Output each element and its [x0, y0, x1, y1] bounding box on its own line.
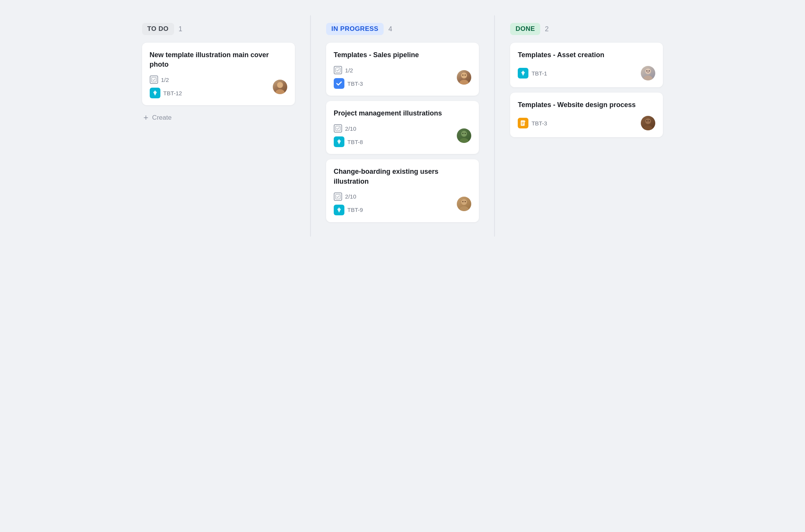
- column-inprogress-count: 4: [388, 25, 392, 33]
- column-todo: TO DO 1 New template illustration main c…: [136, 15, 301, 134]
- avatar-inprogress-3: [457, 197, 471, 211]
- avatar-todo-1: [273, 80, 287, 94]
- card-done-2-title: Templates - Website design process: [518, 100, 655, 110]
- svg-point-20: [463, 133, 464, 134]
- card-todo-1-task-count: 1/2: [150, 75, 182, 84]
- card-inprogress-3-meta: 2/10 TBT-9: [334, 192, 471, 215]
- svg-point-10: [459, 80, 469, 85]
- avatar-done-2: [641, 116, 655, 130]
- card-done-1-title: Templates - Asset creation: [518, 50, 655, 60]
- card-todo-1-meta-left: 1/2 TBT-12: [150, 75, 182, 98]
- svg-point-44: [649, 120, 650, 122]
- svg-line-8: [338, 69, 339, 71]
- svg-point-31: [643, 75, 653, 80]
- card-inprogress-1-task-count: 1/2: [334, 66, 363, 74]
- column-inprogress: IN PROGRESS 4 Templates - Sales pipeline: [320, 15, 485, 237]
- avatar-inprogress-1: [457, 70, 471, 85]
- card-done-1-ticket: TBT-1: [518, 68, 547, 79]
- ticket-badge-blue: [334, 78, 344, 89]
- card-inprogress-2-title: Project management illustrations: [334, 109, 471, 118]
- ticket-badge-cyan: [334, 205, 344, 215]
- card-inprogress-3-task-count: 2/10: [334, 192, 363, 201]
- card-done-2-ticket: TBT-3: [518, 118, 547, 128]
- card-todo-1-meta: 1/2 TBT-12: [150, 75, 287, 98]
- avatar-inprogress-2: [457, 128, 471, 143]
- checklist-icon: [334, 192, 342, 201]
- card-done-1-meta-left: TBT-1: [518, 68, 547, 79]
- card-done-2-meta-left: TBT-3: [518, 118, 547, 128]
- plus-icon: +: [144, 114, 149, 122]
- card-inprogress-3-title: Change-boarding existing users illustrat…: [334, 167, 471, 186]
- divider-2: [494, 15, 495, 237]
- card-inprogress-3[interactable]: Change-boarding existing users illustrat…: [326, 159, 479, 222]
- ticket-badge-cyan: [150, 88, 160, 98]
- ticket-id: TBT-12: [163, 90, 182, 96]
- card-inprogress-1-meta-left: 1/2 TBT-3: [334, 66, 363, 89]
- column-done: DONE 2 Templates - Asset creation TBT-1: [504, 15, 669, 152]
- column-done-header: DONE 2: [510, 23, 663, 35]
- card-inprogress-1-title: Templates - Sales pipeline: [334, 50, 471, 60]
- svg-point-33: [647, 71, 648, 72]
- column-todo-label: TO DO: [142, 23, 174, 35]
- avatar-done-1: [641, 66, 655, 80]
- column-todo-header: TO DO 1: [142, 23, 295, 35]
- svg-rect-0: [151, 77, 156, 82]
- card-inprogress-2-ticket: TBT-8: [334, 136, 363, 147]
- card-inprogress-1-ticket: TBT-3: [334, 78, 363, 89]
- svg-point-32: [645, 69, 651, 74]
- card-inprogress-3-meta-left: 2/10 TBT-9: [334, 192, 363, 215]
- column-done-label: DONE: [510, 23, 540, 35]
- card-done-1-meta: TBT-1: [518, 66, 655, 80]
- svg-rect-14: [336, 126, 340, 131]
- card-inprogress-1-meta: 1/2 TBT-3: [334, 66, 471, 89]
- ticket-id: TBT-8: [347, 139, 363, 145]
- column-inprogress-label: IN PROGRESS: [326, 23, 384, 35]
- svg-point-21: [465, 133, 466, 134]
- ticket-badge-cyan: [334, 136, 344, 147]
- column-todo-count: 1: [179, 25, 182, 33]
- svg-line-2: [154, 79, 155, 81]
- card-inprogress-3-ticket: TBT-9: [334, 205, 363, 215]
- svg-point-18: [459, 138, 469, 143]
- svg-point-11: [461, 73, 467, 78]
- card-inprogress-2-task-count: 2/10: [334, 124, 363, 133]
- card-inprogress-2[interactable]: Project management illustrations 2/10: [326, 101, 479, 154]
- divider-1: [310, 15, 311, 237]
- svg-point-13: [465, 75, 466, 76]
- card-todo-1-ticket: TBT-12: [150, 88, 182, 98]
- ticket-badge-cyan: [518, 68, 528, 79]
- card-inprogress-2-meta: 2/10 TBT-8: [334, 124, 471, 147]
- svg-point-43: [647, 120, 648, 122]
- card-inprogress-2-meta-left: 2/10 TBT-8: [334, 124, 363, 147]
- checklist-icon: [334, 66, 342, 74]
- svg-point-27: [461, 199, 467, 205]
- ticket-id: TBT-3: [347, 80, 363, 87]
- create-label: Create: [152, 114, 171, 122]
- ticket-badge-yellow: [518, 118, 528, 128]
- card-done-2-meta: TBT-3: [518, 116, 655, 130]
- ticket-id: TBT-1: [531, 70, 547, 77]
- svg-line-24: [338, 195, 339, 197]
- svg-point-4: [275, 89, 285, 94]
- svg-point-42: [645, 119, 651, 124]
- checklist-icon: [150, 75, 158, 84]
- svg-point-28: [463, 201, 464, 202]
- svg-point-34: [649, 71, 650, 72]
- svg-point-29: [465, 201, 466, 202]
- svg-point-26: [459, 206, 469, 211]
- ticket-id: TBT-9: [347, 207, 363, 213]
- svg-point-12: [463, 75, 464, 76]
- create-button[interactable]: + Create: [142, 111, 173, 125]
- svg-point-41: [643, 125, 653, 130]
- column-done-count: 2: [545, 25, 549, 33]
- checklist-icon: [334, 124, 342, 133]
- svg-point-5: [277, 82, 283, 88]
- ticket-id: TBT-3: [531, 120, 547, 127]
- card-done-2[interactable]: Templates - Website design process: [510, 93, 663, 137]
- card-inprogress-1[interactable]: Templates - Sales pipeline 1/2: [326, 43, 479, 96]
- card-todo-1-title: New template illustration main cover pho…: [150, 50, 287, 69]
- card-todo-1[interactable]: New template illustration main cover pho…: [142, 43, 295, 105]
- svg-line-16: [338, 128, 339, 130]
- card-done-1[interactable]: Templates - Asset creation TBT-1: [510, 43, 663, 87]
- svg-rect-6: [336, 68, 340, 72]
